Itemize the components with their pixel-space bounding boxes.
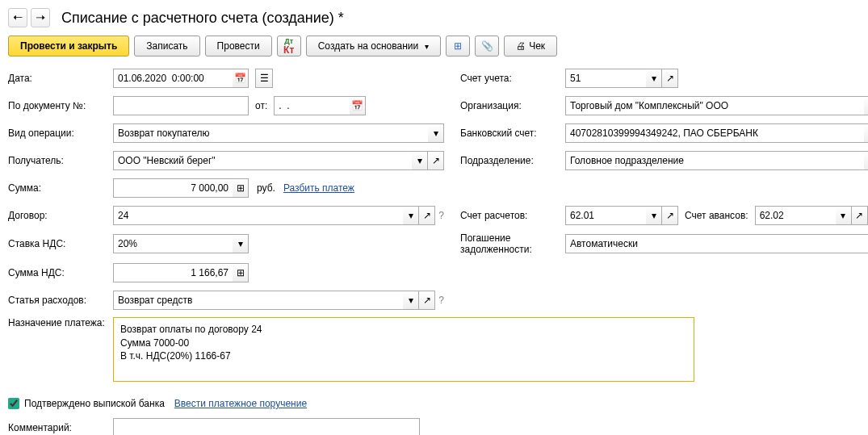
write-button[interactable]: Записать [134, 36, 199, 56]
attach-button[interactable]: 📎 [475, 36, 499, 56]
bank-account-dropdown-button[interactable]: ▾ [864, 123, 868, 143]
open-icon: ↗ [423, 295, 431, 306]
arrow-right-icon: 🠒 [36, 12, 45, 23]
vat-amount-label: Сумма НДС: [8, 267, 113, 278]
bank-account-input[interactable] [565, 123, 864, 143]
debt-repay-label: Погашение задолженности: [460, 232, 565, 256]
op-type-input[interactable] [113, 123, 428, 143]
account-label: Счет учета: [460, 73, 565, 84]
chevron-down-icon: ▾ [238, 238, 243, 249]
doc-from-input[interactable] [274, 96, 350, 115]
op-type-dropdown-button[interactable]: ▾ [428, 123, 444, 143]
open-icon: ↗ [855, 210, 863, 221]
paperclip-icon: 📎 [481, 40, 493, 52]
organization-dropdown-button[interactable]: ▾ [864, 96, 868, 115]
expense-item-help[interactable]: ? [438, 295, 444, 306]
sett-account-label: Счет расчетов: [460, 210, 565, 221]
enter-payment-order-link[interactable]: Ввести платежное поручение [174, 398, 307, 409]
create-based-on-button[interactable]: Создать на основании [306, 36, 442, 56]
calculator-icon: ⊞ [237, 182, 245, 194]
dt-kt-button[interactable]: ДтКт [277, 36, 301, 56]
division-dropdown-button[interactable]: ▾ [864, 151, 868, 170]
comment-input[interactable] [113, 418, 420, 435]
organization-input[interactable] [565, 96, 864, 115]
recipient-dropdown-button[interactable]: ▾ [412, 151, 428, 170]
doc-no-label: По документу №: [8, 100, 113, 111]
recipient-input[interactable] [113, 151, 412, 170]
account-open-button[interactable]: ↗ [662, 69, 678, 88]
amount-calc-button[interactable]: ⊞ [233, 178, 249, 198]
date-input[interactable] [113, 69, 233, 88]
sett-account-dropdown-button[interactable]: ▾ [646, 206, 662, 225]
expense-item-label: Статья расходов: [8, 295, 113, 306]
check-button[interactable]: 🖨 Чек [504, 36, 557, 56]
forward-button[interactable]: 🠒 [31, 8, 50, 27]
vat-rate-dropdown-button[interactable]: ▾ [233, 234, 249, 253]
contract-open-button[interactable]: ↗ [419, 206, 435, 225]
expense-item-input[interactable] [113, 291, 403, 310]
from-label: от: [255, 100, 267, 111]
vat-amount-calc-button[interactable]: ⊞ [233, 263, 249, 282]
open-icon: ↗ [666, 73, 674, 84]
sett-account-open-button[interactable]: ↗ [662, 206, 678, 225]
post-button[interactable]: Провести [205, 36, 272, 56]
arrow-left-icon: 🠐 [13, 12, 23, 23]
sett-account-input[interactable] [565, 206, 646, 225]
recipient-open-button[interactable]: ↗ [428, 151, 444, 170]
division-input[interactable] [565, 151, 864, 170]
debt-repay-input[interactable] [565, 234, 868, 253]
chevron-down-icon: ▾ [409, 210, 413, 221]
chevron-down-icon: ▾ [841, 210, 845, 221]
contract-label: Договор: [8, 210, 113, 221]
amount-input[interactable] [113, 178, 233, 198]
calendar-icon: 📅 [234, 73, 246, 84]
adv-account-open-button[interactable]: ↗ [852, 206, 868, 225]
chevron-down-icon: ▾ [417, 155, 422, 166]
op-type-label: Вид операции: [8, 128, 113, 139]
purpose-line: Сумма 7000-00 [120, 337, 687, 350]
purpose-textarea[interactable]: Возврат оплаты по договору 24 Сумма 7000… [113, 317, 694, 382]
vat-rate-input[interactable] [113, 234, 233, 253]
calculator-icon: ⊞ [237, 267, 245, 278]
vat-rate-label: Ставка НДС: [8, 238, 113, 249]
back-button[interactable]: 🠐 [8, 8, 27, 27]
account-input[interactable] [565, 69, 646, 88]
toolbar: Провести и закрыть Записать Провести ДтК… [8, 36, 860, 56]
adv-account-dropdown-button[interactable]: ▾ [836, 206, 852, 225]
expense-item-open-button[interactable]: ↗ [419, 291, 435, 310]
contract-input[interactable] [113, 206, 403, 225]
doc-from-calendar-button[interactable]: 📅 [350, 96, 366, 115]
contract-help[interactable]: ? [438, 210, 444, 221]
dt-kt-icon: ДтКт [283, 38, 294, 55]
calendar-button[interactable]: 📅 [233, 69, 249, 88]
open-icon: ↗ [432, 155, 440, 166]
purpose-label: Назначение платежа: [8, 317, 113, 330]
adv-account-input[interactable] [755, 206, 836, 225]
chevron-down-icon: ▾ [652, 210, 656, 221]
vat-amount-input[interactable] [113, 263, 233, 282]
confirmed-label: Подтверждено выпиской банка [24, 398, 165, 409]
doc-no-input[interactable] [113, 96, 249, 115]
chevron-down-icon: ▾ [409, 295, 413, 306]
structure-button[interactable]: ⊞ [446, 36, 470, 56]
account-dropdown-button[interactable]: ▾ [646, 69, 662, 88]
currency-label: руб. [257, 182, 275, 194]
list-icon: ☰ [260, 73, 269, 84]
printer-icon: 🖨 [516, 40, 526, 52]
comment-label: Комментарий: [8, 422, 113, 433]
purpose-line: Возврат оплаты по договору 24 [120, 323, 687, 337]
amount-label: Сумма: [8, 182, 113, 194]
confirmed-checkbox[interactable] [8, 398, 19, 409]
page-title: Списание с расчетного счета (создание) * [61, 10, 344, 27]
contract-dropdown-button[interactable]: ▾ [403, 206, 419, 225]
post-and-close-button[interactable]: Провести и закрыть [8, 36, 129, 56]
split-payment-link[interactable]: Разбить платеж [283, 182, 354, 194]
purpose-line: В т.ч. НДС(20%) 1166-67 [120, 349, 687, 363]
chevron-down-icon: ▾ [434, 128, 438, 139]
division-label: Подразделение: [460, 155, 565, 166]
adv-account-label: Счет авансов: [685, 210, 748, 221]
chevron-down-icon: ▾ [652, 73, 656, 84]
calendar-icon: 📅 [351, 100, 363, 111]
expense-item-dropdown-button[interactable]: ▾ [403, 291, 419, 310]
list-button[interactable]: ☰ [255, 69, 273, 88]
